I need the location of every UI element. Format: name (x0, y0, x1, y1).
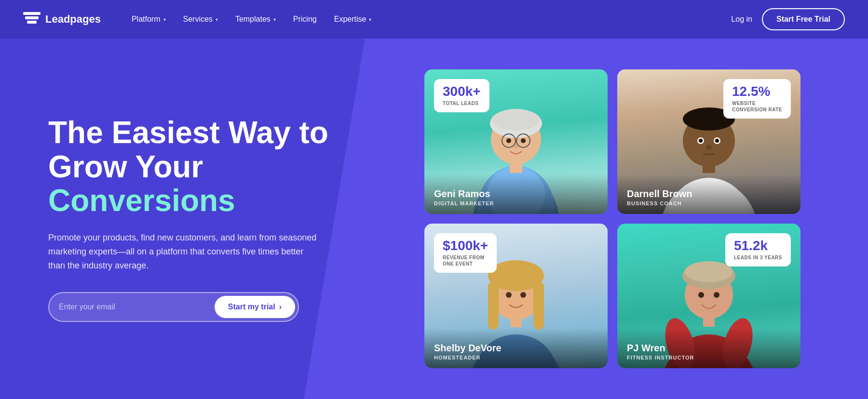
nav-item-expertise[interactable]: Expertise ▾ (326, 11, 380, 27)
login-link[interactable]: Log in (731, 15, 752, 24)
svg-rect-28 (488, 281, 499, 330)
name-overlay-shelby: Shelby DeVore HOMESTEADER (424, 328, 608, 368)
hero-section: The Easiest Way to Grow Your Conversions… (0, 39, 868, 399)
svg-rect-12 (510, 162, 522, 173)
svg-point-9 (506, 138, 511, 143)
svg-point-30 (506, 292, 512, 298)
person-role-shelby: HOMESTEADER (434, 355, 598, 360)
svg-point-40 (698, 292, 704, 298)
chevron-down-icon: ▾ (369, 17, 371, 22)
profile-card-geni: 300k+ TOTAL LEADS Geni Ramos DIGITAL MAR… (424, 69, 608, 214)
nav-right: Log in Start Free Trial (731, 8, 845, 30)
svg-point-20 (699, 139, 703, 143)
person-name-pj: PJ Wren (627, 343, 791, 354)
nav-item-platform[interactable]: Platform ▾ (124, 11, 174, 27)
nav-item-pricing[interactable]: Pricing (285, 11, 325, 27)
email-input[interactable] (59, 299, 215, 315)
person-name-darnell: Darnell Brown (627, 188, 791, 200)
logo-icon (23, 12, 41, 27)
profile-card-shelby: $100k+ REVENUE FROM ONE EVENT Shelby DeV… (424, 224, 608, 368)
stat-label-shelby: REVENUE FROM ONE EVENT (443, 254, 488, 267)
start-free-trial-button[interactable]: Start Free Trial (762, 8, 845, 30)
chevron-down-icon: ▾ (273, 17, 276, 22)
arrow-icon: › (279, 303, 282, 311)
svg-point-11 (514, 144, 518, 149)
logo-link[interactable]: Leadpages (23, 12, 101, 27)
stat-value-pj: 51.2k (734, 239, 782, 253)
svg-point-31 (520, 292, 526, 298)
svg-point-41 (714, 292, 719, 298)
name-overlay-geni: Geni Ramos DIGITAL MARKETER (424, 174, 608, 214)
nav-item-services[interactable]: Services ▾ (176, 11, 226, 27)
person-role-geni: DIGITAL MARKETER (434, 200, 598, 206)
hero-subtitle: Promote your products, find new customer… (48, 231, 318, 272)
svg-rect-29 (533, 281, 544, 330)
chevron-down-icon: ▾ (163, 17, 166, 22)
logo-text: Leadpages (45, 13, 101, 26)
navbar: Leadpages Platform ▾ Services ▾ Template… (0, 0, 868, 39)
name-overlay-pj: PJ Wren FITNESS INSTRUCTOR (617, 328, 800, 368)
svg-point-22 (706, 145, 712, 150)
stat-label-pj: LEADS IN 3 YEARS (734, 254, 782, 261)
person-role-pj: FITNESS INSTRUCTOR (627, 355, 791, 360)
person-name-geni: Geni Ramos (434, 188, 598, 200)
profile-card-pj: 51.2k LEADS IN 3 YEARS PJ Wren FITNESS I… (617, 224, 800, 368)
stat-value-geni: 300k+ (443, 85, 481, 98)
chevron-down-icon: ▾ (216, 17, 218, 22)
stat-badge-geni: 300k+ TOTAL LEADS (434, 79, 489, 112)
hero-form: Start my trial › (48, 292, 299, 322)
profile-card-darnell: 12.5% WEBSITE CONVERSION RATE Darnell Br… (617, 69, 800, 214)
person-name-shelby: Shelby DeVore (434, 343, 598, 354)
stat-value-shelby: $100k+ (443, 239, 488, 253)
name-overlay-darnell: Darnell Brown BUSINESS COACH (617, 174, 800, 214)
nav-links: Platform ▾ Services ▾ Templates ▾ Pricin… (124, 11, 731, 27)
svg-point-5 (492, 109, 540, 131)
hero-title: The Easiest Way to Grow Your Conversions (48, 116, 357, 217)
start-trial-button[interactable]: Start my trial › (215, 296, 295, 318)
hero-cards-grid: 300k+ TOTAL LEADS Geni Ramos DIGITAL MAR… (386, 60, 820, 378)
svg-point-10 (521, 138, 526, 143)
stat-badge-shelby: $100k+ REVENUE FROM ONE EVENT (434, 233, 497, 273)
hero-content: The Easiest Way to Grow Your Conversions… (48, 116, 357, 322)
svg-point-21 (715, 139, 719, 143)
stat-badge-pj: 51.2k LEADS IN 3 YEARS (725, 233, 791, 266)
stat-value-darnell: 12.5% (732, 85, 782, 98)
nav-item-templates[interactable]: Templates ▾ (228, 11, 284, 27)
stat-label-geni: TOTAL LEADS (443, 100, 481, 106)
stat-label-darnell: WEBSITE CONVERSION RATE (732, 100, 782, 113)
stat-badge-darnell: 12.5% WEBSITE CONVERSION RATE (723, 79, 791, 119)
person-role-darnell: BUSINESS COACH (627, 200, 791, 206)
svg-point-39 (685, 261, 733, 282)
